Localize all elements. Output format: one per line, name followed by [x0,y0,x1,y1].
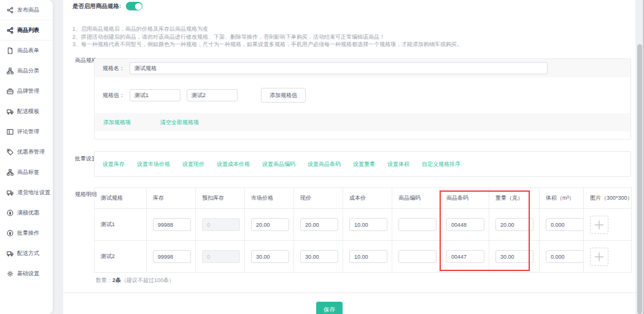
cell-input-r1c6[interactable] [398,218,436,231]
cell-input-r2c1[interactable] [153,250,191,263]
table-row: 测试2 [95,241,632,273]
sidebar-item-3[interactable]: 商品表单 [0,41,53,61]
value-cell [343,241,392,273]
sitemap-icon [7,68,14,74]
count-value: 2条 [112,277,121,283]
batch-link-2[interactable]: 设置市场价格 [137,160,170,168]
column-header: 体积（m³） [540,188,584,209]
sidebar-item-label: 批量操作 [17,229,39,237]
value-cell [245,241,294,273]
value-cell [440,241,489,273]
batch-link-4[interactable]: 设置成本价格 [217,160,250,168]
spec-name-input[interactable] [130,62,548,74]
spec-name-label: 规格名： [103,65,130,73]
value-cell [540,241,584,273]
sidebar-item-2[interactable]: 商品列表 [0,20,53,41]
column-header: 图片（300*300） [584,188,632,209]
sidebar-item-label: 商品表单 [17,47,39,55]
cell-input-r1c8[interactable] [495,218,533,231]
sidebar-item-11[interactable]: 满额优惠 [0,203,53,223]
sidebar-item-label: 发布商品 [17,6,39,14]
sitemap-icon [7,169,14,176]
upload-image-button[interactable] [590,216,608,234]
batch-link-1[interactable]: 设置库存 [103,160,125,168]
batch-link-8[interactable]: 设置体积 [387,160,409,168]
main-panel: 是否启用商品规格: 1、启用商品规格后，商品的价格及库存以商品规格为准2、拼团活… [63,0,635,314]
cell-input-r2c8[interactable] [495,250,533,263]
row-count-line: 数量：2条（建议不超过100条） [96,277,174,285]
enable-spec-toggle[interactable] [126,2,142,10]
column-header: 预扣库存 [196,188,245,209]
sidebar-item-label: 商品分类 [17,67,39,75]
spec-box: 规格名： 规格值： 添加规格值 添加规格项 清空全部规格项 [94,58,631,139]
cell-input-r2c9[interactable] [546,250,584,263]
cell-input-r2c3[interactable] [251,250,289,263]
value-cell [392,241,440,273]
sidebar-item-7[interactable]: 评论管理 [0,122,53,142]
cell-input-r2c4[interactable] [300,250,338,263]
value-cell [489,209,540,241]
document-icon [7,47,14,54]
batch-link-7[interactable]: 设置重量 [353,160,375,168]
upload-image-button[interactable] [590,248,608,266]
vertical-scrollbar-thumb[interactable] [637,44,642,314]
sidebar-item-10[interactable]: 退货地址设置 [0,183,53,203]
cell-input-r2c7[interactable] [446,250,484,263]
sidebar-item-label: 满额优惠 [17,209,39,217]
sidebar-item-label: 品牌管理 [17,87,39,95]
cell-input-r1c9[interactable] [546,218,584,231]
value-cell [540,209,584,241]
cell-input-r1c1[interactable] [153,218,191,231]
sidebar-item-13[interactable]: 配送方式 [0,243,53,264]
truck-icon [7,108,14,115]
add-spec-value-button[interactable]: 添加规格值 [261,88,306,103]
spec-name-row: 规格名： [95,59,630,77]
briefcase-icon [7,88,14,95]
count-prefix: 数量： [96,277,112,283]
sidebar-item-5[interactable]: 品牌管理 [0,81,53,101]
truck-icon [7,250,14,257]
batch-link-5[interactable]: 设置商品编码 [262,160,295,168]
cell-input-r1c7[interactable] [446,218,484,231]
sidebar-item-6[interactable]: 配送模板 [0,101,53,122]
share-icon [7,7,14,14]
sidebar-item-8[interactable]: 优惠券管理 [0,142,53,162]
column-header: 商品条码 [440,188,489,209]
column-header: 成本价 [343,188,392,209]
sidebar-item-12[interactable]: 批量操作 [0,223,53,243]
image-cell [584,209,632,241]
value-cell [392,209,440,241]
image-cell [584,241,632,273]
clear-all-spec-link[interactable]: 清空全部规格项 [160,119,199,127]
sidebar-item-label: 评论管理 [17,128,39,136]
value-cell [196,209,245,241]
coin-icon [7,210,14,216]
sidebar-item-4[interactable]: 商品分类 [0,61,53,81]
value-cell [440,209,489,241]
add-spec-item-link[interactable]: 添加规格项 [103,119,131,127]
sidebar-item-9[interactable]: 商品标签 [0,162,53,183]
sidebar-item-label: 配送模板 [17,108,39,116]
column-header: 重量（克） [489,188,540,209]
column-header: 测试规格 [95,188,147,209]
cell-input-r1c3[interactable] [251,218,289,231]
save-button[interactable]: 保存 [316,302,343,314]
sidebar-item-14[interactable]: 基础设置 [0,264,53,284]
batch-link-3[interactable]: 设置现价 [182,160,204,168]
spec-cell: 测试1 [95,209,147,241]
cell-input-r2c6[interactable] [398,250,436,263]
plus-icon [594,251,605,262]
sidebar-item-1[interactable]: 发布商品 [0,0,53,20]
cell-input-r1c5[interactable] [349,218,387,231]
value-cell [245,209,294,241]
cell-input-r1c4[interactable] [300,218,338,231]
cell-input-r2c5[interactable] [349,250,387,263]
value-cell [294,241,343,273]
spec-value-input-1[interactable] [130,89,180,101]
batch-link-9[interactable]: 自定义规格排序 [422,160,460,168]
spec-value-input-2[interactable] [187,89,238,101]
enable-spec-label: 是否启用商品规格: [72,2,121,10]
batch-link-6[interactable]: 设置商品条码 [308,160,341,168]
spec-detail-table-wrap: 测试规格库存预扣库存市场价格现价成本价商品编码商品条码重量（克）体积（m³）图片… [94,187,631,273]
sidebar-item-label: 基础设置 [17,270,39,278]
